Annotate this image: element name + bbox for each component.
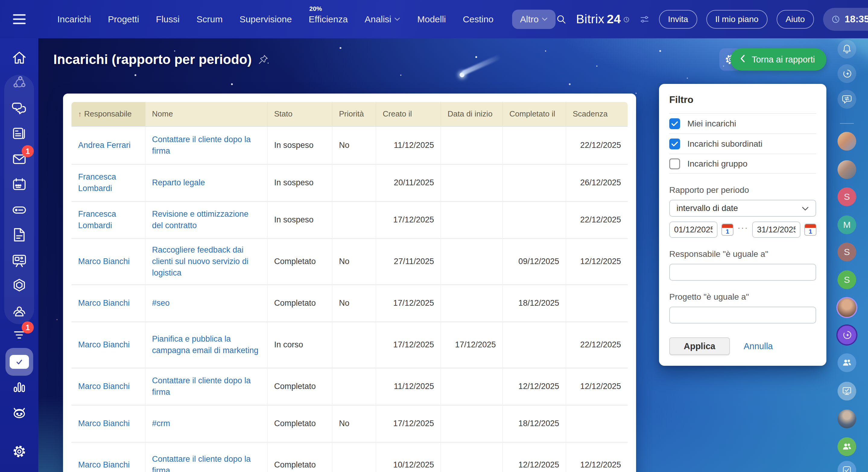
column-header-stato[interactable]: Stato bbox=[268, 102, 332, 126]
cell-link-nome[interactable]: #seo bbox=[152, 298, 170, 309]
column-header-scadenza[interactable]: Scadenza bbox=[566, 102, 628, 126]
sidebar-item-drive[interactable] bbox=[5, 196, 33, 224]
chat-sync-icon[interactable] bbox=[838, 90, 856, 109]
sidebar-item-display[interactable] bbox=[5, 246, 33, 274]
sidebar-item-tasks[interactable] bbox=[5, 348, 33, 376]
sidebar-item-document[interactable] bbox=[5, 221, 33, 249]
bell-icon[interactable] bbox=[838, 40, 856, 59]
nav-item-supervisione[interactable]: Supervisione bbox=[240, 14, 292, 25]
copilot-circle[interactable] bbox=[838, 326, 856, 344]
column-header-nome[interactable]: Nome bbox=[145, 102, 268, 126]
cell-link-nome[interactable]: Revisione e ottimizzazione del contratto bbox=[152, 209, 260, 232]
sidebar-item-hexagon[interactable] bbox=[5, 272, 33, 300]
check-square-circle[interactable] bbox=[838, 461, 856, 472]
search-icon[interactable] bbox=[556, 13, 567, 25]
column-header-priorita[interactable]: Priorità bbox=[332, 102, 376, 126]
cell-link-responsabile[interactable]: Francesca Lombardi bbox=[78, 209, 138, 232]
table-row[interactable]: Marco BianchiContattare il cliente dopo … bbox=[71, 367, 628, 405]
avatar-man[interactable] bbox=[838, 410, 856, 428]
calendar-picker-icon[interactable] bbox=[721, 224, 734, 236]
table-row[interactable]: Francesca LombardiReparto legaleIn sospe… bbox=[71, 164, 628, 201]
cell-link-responsabile[interactable]: Francesca Lombardi bbox=[78, 171, 138, 194]
cell-link-nome[interactable]: Pianifica e pubblica la campagna email d… bbox=[152, 333, 260, 356]
nav-item-analisi[interactable]: Analisi bbox=[365, 14, 400, 25]
column-header-inizio[interactable]: Data di inizio bbox=[441, 102, 503, 126]
column-header-creato[interactable]: Creato il bbox=[376, 102, 441, 126]
people-fill-circle[interactable] bbox=[838, 437, 856, 456]
sidebar-item-chats[interactable] bbox=[5, 95, 33, 122]
sidebar-item-network[interactable] bbox=[5, 69, 33, 97]
checkbox-checked[interactable] bbox=[669, 139, 680, 149]
nav-item-efficienza[interactable]: Efficienza20% bbox=[309, 14, 348, 25]
nav-item-scrum[interactable]: Scrum bbox=[196, 14, 223, 25]
table-row[interactable]: Marco Bianchi#crmCompletatoNo17/12/20251… bbox=[71, 405, 628, 442]
table-row[interactable]: Marco BianchiContattare il cliente dopo … bbox=[71, 442, 628, 472]
filter-checkbox-miei-incarichi[interactable]: Miei incarichi bbox=[669, 113, 816, 134]
nav-item-flussi[interactable]: Flussi bbox=[156, 14, 180, 25]
people-fill-circle[interactable] bbox=[838, 353, 856, 372]
nav-item-cestino[interactable]: Cestino bbox=[463, 14, 494, 25]
monitor-check-circle[interactable] bbox=[838, 382, 856, 401]
my-plan-button[interactable]: Il mio piano bbox=[706, 10, 768, 29]
cell-link-responsabile[interactable]: Marco Bianchi bbox=[78, 298, 130, 309]
cell-link-nome[interactable]: Contattare il cliente dopo la firma bbox=[152, 453, 260, 472]
letter-avatar[interactable]: S bbox=[838, 243, 856, 261]
cell-link-nome[interactable]: Raccogliere feedback dai clienti sul nuo… bbox=[152, 244, 260, 278]
letter-avatar[interactable]: S bbox=[838, 187, 856, 206]
cell-link-nome[interactable]: Reparto legale bbox=[152, 177, 205, 188]
sidebar-item-robot[interactable] bbox=[5, 399, 33, 427]
cell-link-nome[interactable]: Contattare il cliente dopo la firma bbox=[152, 375, 260, 398]
calendar-picker-icon[interactable] bbox=[804, 224, 816, 236]
checkbox-unchecked[interactable] bbox=[669, 158, 680, 169]
avatar-group-warm[interactable] bbox=[838, 132, 856, 151]
cell-link-responsabile[interactable]: Marco Bianchi bbox=[78, 381, 130, 392]
date-to-input[interactable] bbox=[752, 222, 801, 238]
back-to-reports-button[interactable]: Torna ai rapporti bbox=[731, 48, 826, 70]
period-select[interactable]: intervallo di date bbox=[669, 200, 816, 217]
table-row[interactable]: Marco BianchiRaccogliere feedback dai cl… bbox=[71, 238, 628, 284]
apply-button[interactable]: Applica bbox=[669, 337, 730, 355]
hamburger-menu-icon[interactable] bbox=[5, 5, 33, 33]
sidebar-item-home[interactable] bbox=[5, 44, 33, 71]
letter-avatar[interactable]: S bbox=[838, 270, 856, 289]
sidebar-item-funnel[interactable]: 1 bbox=[5, 321, 33, 349]
invite-button[interactable]: Invita bbox=[659, 10, 697, 29]
pin-icon[interactable] bbox=[258, 54, 269, 65]
cell-link-responsabile[interactable]: Marco Bianchi bbox=[78, 339, 130, 351]
cell-link-responsabile[interactable]: Marco Bianchi bbox=[78, 418, 130, 430]
table-row[interactable]: Francesca LombardiRevisione e ottimizzaz… bbox=[71, 201, 628, 238]
table-row[interactable]: Marco Bianchi#seoCompletatoNo17/12/20251… bbox=[71, 284, 628, 321]
sidebar-item-feed[interactable] bbox=[5, 119, 33, 147]
nav-item-modelli[interactable]: Modelli bbox=[417, 14, 446, 25]
responsabile-input[interactable] bbox=[669, 264, 816, 281]
help-button[interactable]: Aiuto bbox=[777, 10, 814, 29]
cell-link-nome[interactable]: #crm bbox=[152, 418, 170, 430]
table-row[interactable]: Andrea FerrariContattare il cliente dopo… bbox=[71, 127, 628, 164]
filter-checkbox-incarichi-gruppo[interactable]: Incarichi gruppo bbox=[669, 154, 816, 174]
column-header-responsabile[interactable]: ↑Responsabile bbox=[71, 102, 145, 126]
progetto-input[interactable] bbox=[669, 306, 816, 324]
sliders-icon[interactable] bbox=[639, 14, 650, 25]
cancel-link[interactable]: Annulla bbox=[744, 341, 773, 351]
cell-link-responsabile[interactable]: Marco Bianchi bbox=[78, 459, 130, 471]
cell-link-responsabile[interactable]: Marco Bianchi bbox=[78, 256, 130, 267]
avatar-woman[interactable] bbox=[838, 298, 856, 317]
sidebar-item-gear[interactable] bbox=[5, 438, 33, 465]
cell-link-responsabile[interactable]: Andrea Ferrari bbox=[78, 140, 131, 151]
nav-item-progetti[interactable]: Progetti bbox=[108, 14, 139, 25]
copilot-icon[interactable] bbox=[838, 64, 856, 83]
sidebar-item-chart[interactable] bbox=[5, 373, 33, 401]
letter-avatar[interactable]: M bbox=[838, 215, 856, 234]
sidebar-item-mail[interactable]: 1 bbox=[5, 145, 33, 173]
filter-checkbox-incarichi-subordinati[interactable]: Incarichi subordinati bbox=[669, 134, 816, 154]
checkbox-checked[interactable] bbox=[669, 118, 680, 129]
bitrix24-logo[interactable]: Bitrix24 bbox=[576, 12, 630, 26]
date-from-input[interactable] bbox=[669, 222, 717, 238]
column-header-completato[interactable]: Completato il bbox=[503, 102, 566, 126]
table-row[interactable]: Marco BianchiPianifica e pubblica la cam… bbox=[71, 321, 628, 367]
cell-link-nome[interactable]: Contattare il cliente dopo la firma bbox=[152, 134, 260, 157]
nav-item-altro[interactable]: Altro bbox=[512, 10, 556, 29]
worktime-widget[interactable]: 18:35 bbox=[823, 8, 868, 31]
sidebar-item-calendar[interactable] bbox=[5, 171, 33, 198]
nav-item-incarichi[interactable]: Incarichi bbox=[57, 14, 91, 25]
